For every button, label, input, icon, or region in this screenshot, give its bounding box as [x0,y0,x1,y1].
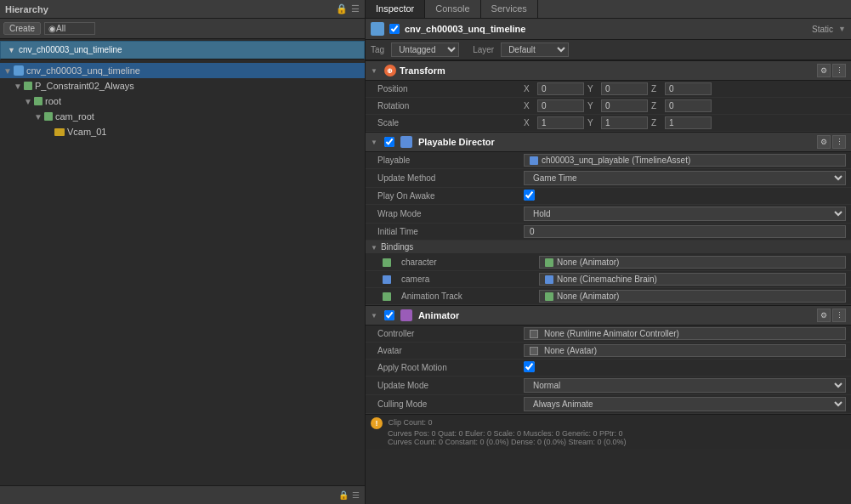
bottom-line3: Curves Count: 0 Constant: 0 (0.0%) Dense… [388,438,627,446]
bindings-expand-icon [371,243,377,252]
rotation-z[interactable] [665,99,712,112]
bindings-header[interactable]: Bindings [366,241,851,254]
cube-icon-cam-root [44,112,53,121]
culling-mode-dropdown[interactable]: Always Animate [524,397,846,411]
playable-text: ch00003_unq_playable (TimelineAsset) [542,156,690,165]
scale-z[interactable] [665,116,712,129]
bottom-info-row3: Curves Count: 0 Constant: 0 (0.0%) Dense… [371,438,846,446]
position-x[interactable] [537,82,584,95]
camera-binding-value[interactable]: None (Cinemachine Brain) [539,273,846,286]
apply-root-motion-label: Apply Root Motion [371,363,524,372]
avatar-icon [530,347,538,355]
layer-dropdown[interactable]: Default [501,42,569,57]
animator-settings-btn[interactable]: ⚙ [817,309,831,322]
character-ref-text: None (Animator) [557,258,619,267]
tree-item-root[interactable]: ▼ root [0,93,365,109]
initial-time-label: Initial Time [371,227,524,236]
tab-console-label: Console [435,3,469,14]
update-method-dropdown[interactable]: Game Time [524,171,846,185]
tree-item-p-constraint[interactable]: ▼ P_Constraint02_Always [0,78,365,93]
rotation-y[interactable] [601,99,648,112]
tag-dropdown[interactable]: Untagged [391,42,459,57]
cube-icon-pc [24,82,32,90]
bindings-label: Bindings [381,242,413,252]
animtrack-binding-value[interactable]: None (Animator) [539,290,846,303]
object-active-checkbox[interactable] [389,24,400,34]
position-y[interactable] [601,82,648,95]
apply-root-motion-checkbox[interactable] [524,361,535,372]
character-binding-value[interactable]: None (Animator) [539,256,846,269]
scene-tab[interactable]: ▼ cnv_ch00003_unq_timeline [0,41,365,59]
animtrack-binding-label: Animation Track [394,292,539,301]
scale-value: X Y Z [524,116,846,129]
camera-binding-icon [383,275,391,284]
bottom-info-row2: Curves Pos: 0 Quat: 0 Euler: 0 Scale: 0 … [371,429,846,438]
hierarchy-search[interactable] [44,22,95,35]
camera-ref-icon [545,275,553,284]
director-enabled-checkbox[interactable] [384,137,394,147]
animator-menu-btn[interactable]: ⋮ [832,309,846,322]
update-mode-dropdown[interactable]: Normal [524,378,846,393]
hierarchy-tree: ▼ cnv_ch00003_unq_timeline ▼ P_Constrain… [0,61,365,485]
transform-header[interactable]: ⊕ Transform ⚙ ⋮ [366,60,851,81]
position-z[interactable] [665,82,712,95]
tab-inspector[interactable]: Inspector [366,0,425,18]
lock-icon-bottom[interactable]: 🔒 [338,490,349,500]
director-settings-btn[interactable]: ⚙ [817,135,831,149]
playable-label: Playable [371,156,524,165]
menu-icon[interactable]: ☰ [351,3,360,14]
bottom-line1: Clip Count: 0 [389,418,433,427]
scale-y[interactable] [601,116,648,129]
menu-icon-bottom[interactable]: ☰ [352,490,360,500]
play-on-awake-checkbox[interactable] [524,190,535,201]
tree-arrow-root: ▼ [24,97,34,106]
tree-item-vcam[interactable]: ▶ Vcam_01 [0,124,365,139]
playable-director-header[interactable]: Playable Director ⚙ ⋮ [366,132,851,152]
character-binding-icon [383,258,391,267]
wrap-mode-row: Wrap Mode Hold [366,205,851,224]
warning-icon: ! [371,417,383,429]
controller-value[interactable]: None (Runtime Animator Controller) [524,327,846,340]
scale-x[interactable] [537,116,584,129]
animator-header[interactable]: Animator ⚙ ⋮ [366,305,851,326]
scene-label: cnv_ch00003_unq_timeline [19,42,122,59]
rotation-row: Rotation X Y Z [366,98,851,115]
director-icon [400,136,412,148]
wrap-mode-dropdown[interactable]: Hold [524,207,846,221]
controller-icon [530,330,538,338]
controller-row: Controller None (Runtime Animator Contro… [366,326,851,343]
animator-actions: ⚙ ⋮ [817,309,846,322]
position-value: X Y Z [524,82,846,95]
tag-layer-row: Tag Untagged Layer Default [366,40,851,60]
apply-root-motion-value [524,361,846,374]
director-actions: ⚙ ⋮ [817,135,846,149]
avatar-text: None (Avatar) [544,346,597,355]
animator-name: Animator [418,310,814,320]
create-button[interactable]: Create [3,22,41,35]
director-menu-btn[interactable]: ⋮ [832,135,846,149]
update-method-row: Update Method Game Time [366,169,851,188]
tab-console[interactable]: Console [425,0,480,18]
avatar-value[interactable]: None (Avatar) [524,344,846,357]
director-name: Playable Director [418,137,814,147]
rotation-x[interactable] [537,99,584,112]
transform-menu-btn[interactable]: ⋮ [832,64,846,77]
bottom-info-row1: ! Clip Count: 0 [371,417,846,429]
tree-item-cam-root[interactable]: ▼ cam_root [0,109,365,124]
controller-text: None (Runtime Animator Controller) [544,329,679,338]
animator-enabled-checkbox[interactable] [384,310,394,320]
culling-mode-label: Culling Mode [371,399,524,409]
tree-item-cnv[interactable]: ▼ cnv_ch00003_unq_timeline [0,63,365,78]
cube-icon-root [34,97,43,105]
lock-icon[interactable]: 🔒 [336,3,348,14]
initial-time-input[interactable] [524,225,846,238]
playable-value[interactable]: ch00003_unq_playable (TimelineAsset) [524,154,846,167]
static-dropdown-arrow[interactable]: ▼ [838,25,846,33]
tree-arrow-cam-root: ▼ [34,112,44,122]
layer-label: Layer [473,45,494,54]
position-row: Position X Y Z [366,81,851,98]
animtrack-ref-text: None (Animator) [557,292,619,301]
transform-settings-btn[interactable]: ⚙ [817,64,831,77]
tab-services[interactable]: Services [481,0,538,18]
rotation-label: Rotation [371,101,524,110]
